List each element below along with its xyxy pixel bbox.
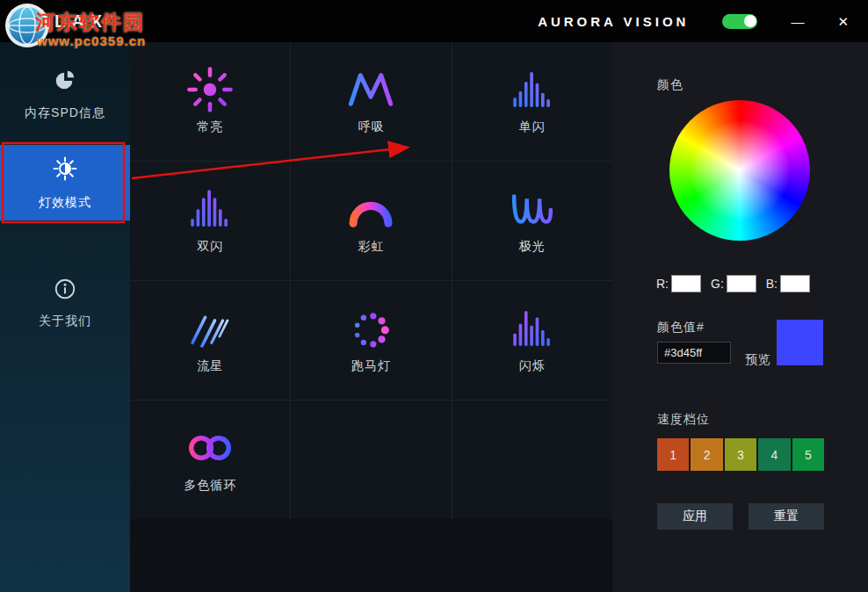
- mode-tile-marquee[interactable]: 跑马灯: [291, 281, 451, 400]
- rainbow-icon: [345, 181, 396, 237]
- mode-tile-rainbow[interactable]: 彩虹: [291, 162, 451, 280]
- marquee-dots-icon: [345, 300, 396, 357]
- hex-value-input[interactable]: [657, 342, 731, 364]
- sidebar-item-light-mode[interactable]: 灯效模式: [0, 145, 130, 220]
- mode-label: 双闪: [197, 239, 223, 255]
- sidebar-item-label: 关于我们: [39, 314, 91, 329]
- mode-label: 跑马灯: [351, 358, 391, 374]
- speed-section-title: 速度档位: [657, 412, 710, 428]
- color-panel: 颜色 R: G: B: 颜色值# 预览 速度档位 1 2 3 4 5: [612, 42, 868, 592]
- sidebar-item-label: 内存SPD信息: [25, 105, 105, 121]
- sidebar: 内存SPD信息 灯效模式: [0, 42, 130, 592]
- spd-pie-icon: [54, 69, 76, 95]
- sun-icon: [184, 61, 235, 118]
- twinkle-bars-icon: [507, 300, 558, 357]
- single-flash-bars-icon: [507, 61, 558, 118]
- app-title: AURORA VISION: [538, 14, 689, 29]
- b-input[interactable]: [780, 275, 810, 292]
- mode-label: 单闪: [519, 119, 546, 135]
- mode-tile-meteor[interactable]: 流星: [130, 281, 290, 400]
- mode-grid-area: 常亮 呼吸: [130, 42, 612, 592]
- mode-tile-multicolor-cycle[interactable]: 多色循环: [130, 401, 290, 519]
- galax-logo: GALAX: [16, 11, 108, 32]
- r-label: R:: [656, 277, 669, 291]
- color-preview-swatch: [777, 320, 823, 365]
- b-label: B:: [766, 277, 778, 291]
- speed-selector: 1 2 3 4 5: [657, 438, 824, 471]
- speed-button-5[interactable]: 5: [792, 438, 824, 471]
- toggle-knob: [744, 15, 756, 27]
- empty-grid-cell: [291, 401, 451, 519]
- close-button[interactable]: ✕: [837, 15, 849, 28]
- sidebar-item-memory-spd-info[interactable]: 内存SPD信息: [0, 58, 130, 132]
- mode-label: 呼吸: [358, 119, 384, 135]
- g-label: G:: [711, 277, 724, 291]
- mode-label: 闪烁: [519, 358, 546, 374]
- mode-label: 多色循环: [184, 478, 236, 494]
- mode-tile-single-flash[interactable]: 单闪: [452, 42, 612, 161]
- titlebar: GALAX AURORA VISION — ✕: [0, 0, 868, 42]
- brightness-icon: [52, 155, 78, 184]
- color-section-title: 颜色: [657, 77, 684, 93]
- mode-label: 流星: [197, 358, 223, 374]
- speed-button-2[interactable]: 2: [691, 438, 722, 471]
- mode-tile-double-flash[interactable]: 双闪: [130, 162, 290, 280]
- hex-value-label: 颜色值#: [657, 320, 705, 336]
- minimize-button[interactable]: —: [791, 15, 804, 28]
- mode-tile-constant-bright[interactable]: 常亮: [130, 42, 290, 161]
- mode-label: 极光: [519, 239, 546, 255]
- empty-grid-cell: [452, 401, 612, 519]
- sidebar-item-about-us[interactable]: 关于我们: [0, 266, 130, 340]
- preview-label: 预览: [745, 352, 771, 368]
- sidebar-item-label: 灯效模式: [39, 195, 91, 211]
- speed-button-3[interactable]: 3: [725, 438, 756, 471]
- aurora-wave-icon: [507, 181, 558, 237]
- color-wheel[interactable]: [669, 100, 810, 241]
- mode-label: 彩虹: [358, 239, 384, 255]
- meteor-icon: [184, 300, 235, 357]
- aurora-vision-window: GALAX AURORA VISION — ✕ 内存SPD信息: [0, 0, 868, 592]
- breath-wave-icon: [345, 61, 396, 118]
- mode-label: 常亮: [197, 119, 223, 135]
- mode-tile-twinkle[interactable]: 闪烁: [452, 281, 612, 400]
- action-buttons-row: 应用 重置: [657, 503, 824, 530]
- apply-button[interactable]: 应用: [657, 503, 733, 530]
- infinity-icon: [184, 420, 235, 476]
- mode-tile-aurora[interactable]: 极光: [452, 162, 612, 280]
- reset-button[interactable]: 重置: [749, 503, 824, 530]
- info-icon: [54, 278, 76, 303]
- r-input[interactable]: [671, 275, 701, 292]
- rgb-enable-toggle[interactable]: [722, 14, 757, 29]
- g-input[interactable]: [727, 275, 756, 292]
- double-flash-bars-icon: [184, 181, 235, 237]
- speed-button-4[interactable]: 4: [758, 438, 790, 471]
- rgb-inputs-row: R: G: B:: [655, 275, 827, 292]
- mode-tile-breathing[interactable]: 呼吸: [291, 42, 451, 161]
- speed-button-1[interactable]: 1: [657, 438, 689, 471]
